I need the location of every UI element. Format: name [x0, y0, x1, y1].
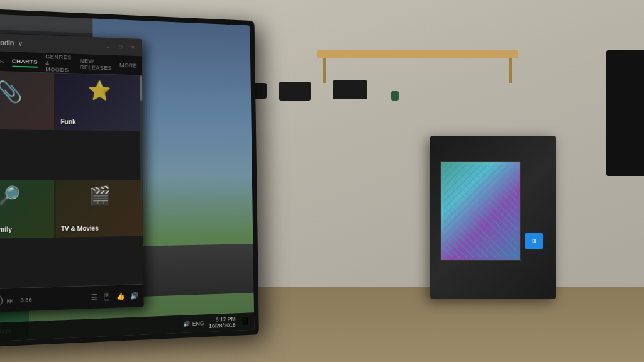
taskbar-system-icons: 🔊 ENG: [183, 320, 204, 327]
play-pause-button[interactable]: ⏸: [0, 293, 3, 307]
funk-star-icon: ⭐: [55, 79, 142, 102]
nav-more[interactable]: MORE: [119, 60, 137, 70]
kids-label: Kids & Family: [0, 226, 12, 233]
genres-grid: 📎 Punk ⭐ Funk 🔎: [0, 71, 143, 290]
punk-genre-card[interactable]: 📎 Punk: [0, 71, 54, 131]
wall-shelf: [317, 50, 518, 58]
tv-genre-card[interactable]: 🎬 TV & Movies: [55, 180, 143, 238]
funk-genre-card[interactable]: ⭐ Funk: [55, 74, 142, 131]
device-icon[interactable]: 📱: [103, 292, 111, 301]
scrollbar-thumb[interactable]: [140, 75, 142, 100]
window-controls: – □ ✕: [104, 42, 137, 52]
maximize-button[interactable]: □: [116, 42, 125, 51]
close-button[interactable]: ✕: [128, 43, 137, 52]
shelf-item-3: [333, 80, 367, 99]
next-icon[interactable]: ⏭: [6, 296, 14, 304]
nav-charts[interactable]: CHARTS: [12, 57, 38, 67]
list-icon[interactable]: ☰: [91, 293, 97, 302]
playback-time: 3:66: [20, 296, 31, 303]
kids-icon: 🔎: [0, 185, 54, 207]
volume-icon[interactable]: 🔊: [130, 292, 139, 300]
pc-logo: ⊞: [525, 233, 543, 249]
kids-genre-card[interactable]: 🔎 Kids & Family: [0, 180, 54, 239]
wall-frame: [606, 50, 644, 176]
taskbar-date-value: 10/28/2018: [209, 322, 236, 329]
username-label: guygodin: [0, 38, 14, 47]
nav-podcasts[interactable]: PODCASTS: [0, 56, 4, 66]
music-app-window: 👤 guygodin ∨ – □ ✕ PODCASTS CHARTS GENRE…: [0, 32, 144, 314]
thumbsup-icon[interactable]: 👍: [116, 292, 125, 301]
shelf-item-2: [279, 82, 311, 101]
screen-icon[interactable]: 🖥: [240, 315, 250, 327]
titlebar-user-area[interactable]: 👤 guygodin ∨: [0, 36, 23, 49]
playback-icons: ⇄ ⏮ ⏸ ⏭ 3:66: [0, 293, 32, 308]
extra-controls: ☰ 📱 👍 🔊: [91, 292, 139, 302]
tv-icon: 🎬: [55, 185, 143, 206]
shelf-item-4: [391, 91, 399, 101]
punk-icon: 📎: [0, 79, 23, 104]
monitor-screen: ◁ ▷ ☰ 🏆 ⚙ ☰ 🎸 Blues: [0, 13, 254, 343]
funk-label: Funk: [60, 118, 75, 125]
tv-label: TV & Movies: [61, 225, 99, 233]
volume-taskbar-icon[interactable]: 🔊: [183, 321, 190, 327]
app-content-area: 📎 Punk ⭐ Funk 🔎: [0, 71, 143, 290]
chevron-down-icon: ∨: [18, 40, 23, 47]
eng-indicator[interactable]: ENG: [192, 320, 204, 327]
monitor: ◁ ▷ ☰ 🏆 ⚙ ☰ 🎸 Blues: [0, 8, 259, 348]
minimize-button[interactable]: –: [104, 42, 113, 51]
pc-rgb-window: [440, 161, 521, 261]
taskbar-clock: 5:12 PM 10/28/2018: [209, 315, 236, 329]
nav-genres[interactable]: GENRES & MOODS: [45, 52, 72, 74]
pc-tower: ⊞: [430, 136, 556, 299]
nav-new-releases[interactable]: NEW RELEASES: [80, 56, 112, 72]
